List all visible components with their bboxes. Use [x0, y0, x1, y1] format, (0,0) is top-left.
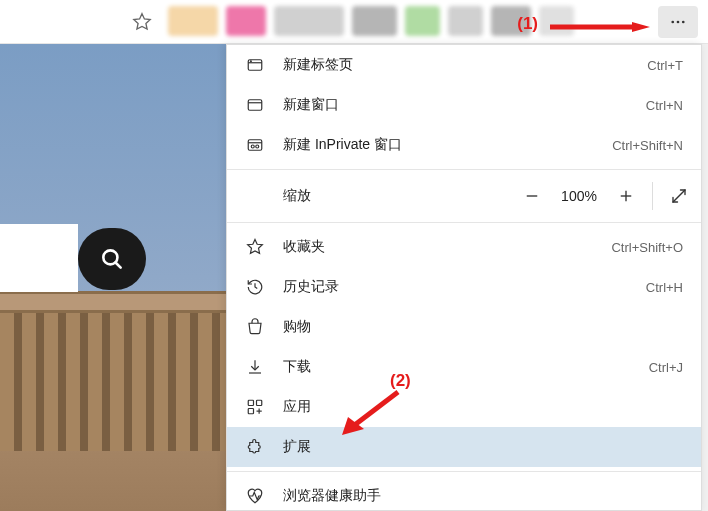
menu-shortcut: Ctrl+J: [649, 360, 683, 375]
ellipsis-icon: [669, 13, 687, 31]
menu-item-new-inprivate[interactable]: 新建 InPrivate 窗口 Ctrl+Shift+N: [227, 125, 701, 165]
page-background: [0, 44, 226, 511]
menu-label: 浏览器健康助手: [283, 487, 683, 505]
menu-item-new-tab[interactable]: 新建标签页 Ctrl+T: [227, 45, 701, 85]
new-window-icon: [245, 95, 265, 115]
svg-rect-10: [248, 140, 262, 151]
apps-icon: [245, 397, 265, 417]
menu-label: 扩展: [283, 438, 683, 456]
menu-label: 新建 InPrivate 窗口: [283, 136, 612, 154]
svg-point-0: [671, 21, 674, 24]
menu-shortcut: Ctrl+H: [646, 280, 683, 295]
svg-point-12: [251, 145, 254, 148]
menu-label: 新建标签页: [283, 56, 647, 74]
svg-line-4: [115, 262, 120, 267]
menu-separator: [227, 222, 701, 223]
download-icon: [245, 357, 265, 377]
svg-point-2: [682, 21, 685, 24]
browser-menu: 新建标签页 Ctrl+T 新建窗口 Ctrl+N 新建 InPrivate 窗口…: [226, 44, 702, 511]
menu-separator: [227, 169, 701, 170]
new-tab-icon: [245, 55, 265, 75]
zoom-value: 100%: [554, 188, 604, 204]
menu-item-apps[interactable]: 应用: [227, 387, 701, 427]
svg-rect-21: [248, 409, 253, 414]
svg-point-13: [256, 145, 259, 148]
fullscreen-icon: [670, 187, 688, 205]
menu-shortcut: Ctrl+T: [647, 58, 683, 73]
history-icon: [245, 277, 265, 297]
zoom-out-button[interactable]: [510, 176, 554, 216]
menu-shortcut: Ctrl+N: [646, 98, 683, 113]
plus-icon: [617, 187, 635, 205]
menu-item-downloads[interactable]: 下载 Ctrl+J: [227, 347, 701, 387]
minus-icon: [523, 187, 541, 205]
menu-label: 收藏夹: [283, 238, 611, 256]
favorite-star-icon[interactable]: [132, 12, 152, 32]
zoom-in-button[interactable]: [604, 176, 648, 216]
zoom-label: 缩放: [283, 187, 510, 205]
svg-rect-8: [248, 100, 262, 111]
search-icon: [99, 246, 125, 272]
menu-item-extensions[interactable]: 扩展: [227, 427, 701, 467]
settings-and-more-button[interactable]: [658, 6, 698, 38]
svg-rect-20: [257, 400, 262, 405]
svg-point-7: [250, 61, 251, 62]
menu-label: 下载: [283, 358, 649, 376]
menu-shortcut: Ctrl+Shift+O: [611, 240, 683, 255]
shopping-icon: [245, 317, 265, 337]
toolbar-extensions-blurred: [168, 6, 652, 36]
health-icon: [245, 486, 265, 506]
menu-item-zoom: 缩放 100%: [227, 174, 701, 218]
menu-label: 购物: [283, 318, 683, 336]
menu-label: 新建窗口: [283, 96, 646, 114]
menu-item-favorites[interactable]: 收藏夹 Ctrl+Shift+O: [227, 227, 701, 267]
menu-shortcut: Ctrl+Shift+N: [612, 138, 683, 153]
menu-label: 历史记录: [283, 278, 646, 296]
svg-point-1: [677, 21, 680, 24]
favorites-icon: [245, 237, 265, 257]
inprivate-icon: [245, 135, 265, 155]
search-button[interactable]: [78, 228, 146, 290]
extensions-icon: [245, 437, 265, 457]
menu-item-new-window[interactable]: 新建窗口 Ctrl+N: [227, 85, 701, 125]
browser-toolbar: [0, 0, 708, 44]
svg-rect-19: [248, 400, 253, 405]
menu-item-shopping[interactable]: 购物: [227, 307, 701, 347]
menu-separator: [227, 471, 701, 472]
menu-item-history[interactable]: 历史记录 Ctrl+H: [227, 267, 701, 307]
fullscreen-button[interactable]: [657, 176, 701, 216]
menu-label: 应用: [283, 398, 683, 416]
menu-item-health[interactable]: 浏览器健康助手: [227, 476, 701, 511]
